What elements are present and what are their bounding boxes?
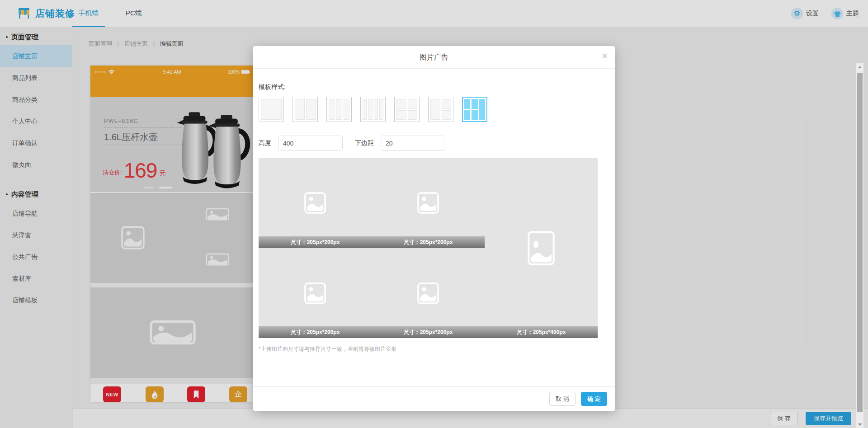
- upload-cell-4[interactable]: 尺寸：205px*200px: [372, 248, 485, 338]
- upload-size-note: *上传图片的尺寸请与推荐尺寸一致，否则将导致图片变形: [259, 345, 609, 353]
- size-hint: 尺寸：205px*200px: [259, 236, 372, 248]
- image-placeholder-icon: [304, 282, 326, 304]
- size-hint: 尺寸：205px*200px: [372, 236, 485, 248]
- template-three-col[interactable]: [326, 97, 352, 122]
- page-scrollbar[interactable]: [856, 63, 863, 428]
- arrow-down-icon: [858, 423, 862, 426]
- upload-cell-1[interactable]: 尺寸：205px*200px: [259, 158, 372, 248]
- template-two-col[interactable]: [292, 97, 318, 122]
- height-label: 高度: [259, 139, 271, 147]
- bottom-margin-label: 下边距: [355, 139, 374, 147]
- image-ad-dialog: 图片广告 × 模板样式: 高度 下边距 尺寸：205px*200px: [253, 46, 615, 411]
- image-placeholder-icon: [417, 282, 439, 304]
- dialog-body: 模板样式: 高度 下边距 尺寸：205px*200px: [253, 83, 615, 353]
- arrow-up-icon: [858, 66, 862, 68]
- close-icon[interactable]: ×: [602, 51, 608, 61]
- dialog-footer: 取 消 确 定: [253, 386, 615, 411]
- template-thumbnails: [259, 97, 609, 122]
- bottom-margin-input[interactable]: [381, 136, 445, 151]
- template-preview-panel: 尺寸：205px*200px 尺寸：205px*200px 尺寸：205px*2…: [259, 158, 598, 338]
- template-grid-2x2[interactable]: [394, 97, 420, 122]
- template-style-label: 模板样式:: [259, 83, 609, 91]
- upload-cell-2[interactable]: 尺寸：205px*200px: [372, 158, 485, 248]
- size-hint: 尺寸：205px*200px: [372, 326, 485, 338]
- scroll-up-button[interactable]: [856, 63, 863, 71]
- confirm-button[interactable]: 确 定: [581, 392, 607, 406]
- scrollbar-thumb[interactable]: [857, 73, 863, 412]
- template-left-one-right-two[interactable]: [428, 97, 453, 122]
- template-two-rows-plus-right-col-selected[interactable]: [462, 97, 487, 122]
- height-input[interactable]: [278, 136, 343, 151]
- template-single[interactable]: [259, 97, 284, 122]
- size-hint: 尺寸：205px*200px: [259, 326, 372, 338]
- image-placeholder-icon: [528, 230, 555, 266]
- upload-cell-5[interactable]: 尺寸：205px*400px: [485, 158, 598, 338]
- dialog-header: 图片广告 ×: [253, 46, 615, 69]
- size-hint: 尺寸：205px*400px: [485, 326, 598, 338]
- dialog-title: 图片广告: [253, 46, 615, 69]
- template-four-col[interactable]: [360, 97, 386, 122]
- upload-cell-3[interactable]: 尺寸：205px*200px: [259, 248, 372, 338]
- scroll-down-button[interactable]: [856, 421, 863, 428]
- image-placeholder-icon: [417, 192, 439, 214]
- cancel-button[interactable]: 取 消: [549, 392, 576, 406]
- image-placeholder-icon: [304, 192, 326, 214]
- dimension-fields: 高度 下边距: [259, 136, 609, 151]
